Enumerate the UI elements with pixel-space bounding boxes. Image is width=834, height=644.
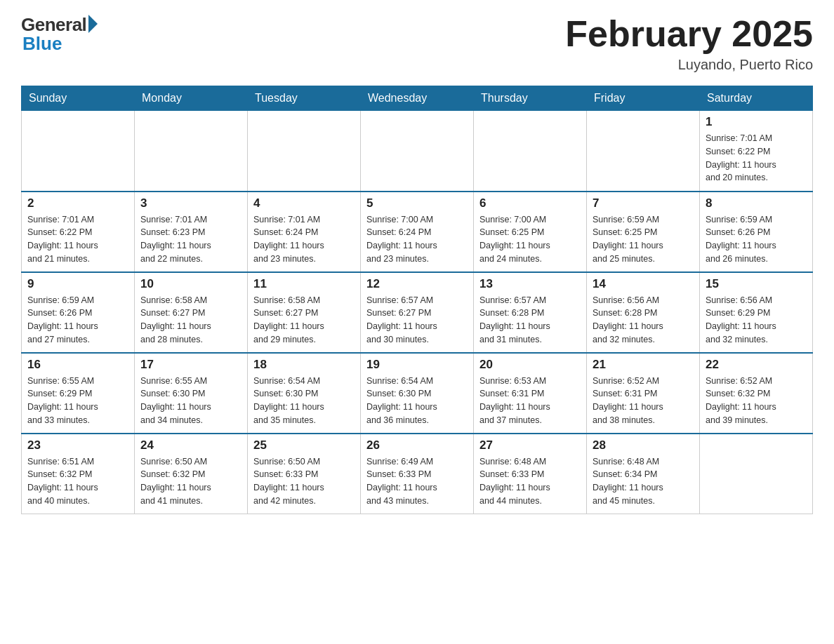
day-cell: 1Sunrise: 7:01 AMSunset: 6:22 PMDaylight… (700, 111, 813, 192)
day-number: 2 (27, 196, 128, 210)
day-number: 8 (706, 196, 807, 210)
day-info: Sunrise: 6:49 AMSunset: 6:33 PMDaylight:… (366, 455, 468, 508)
day-cell: 27Sunrise: 6:48 AMSunset: 6:33 PMDayligh… (474, 434, 587, 514)
day-cell: 6Sunrise: 7:00 AMSunset: 6:25 PMDaylight… (474, 192, 587, 272)
day-info: Sunrise: 6:58 AMSunset: 6:27 PMDaylight:… (140, 294, 241, 347)
day-cell: 3Sunrise: 7:01 AMSunset: 6:23 PMDaylight… (135, 192, 248, 272)
day-info: Sunrise: 6:52 AMSunset: 6:31 PMDaylight:… (593, 375, 694, 427)
day-number: 1 (706, 115, 807, 129)
day-cell: 2Sunrise: 7:01 AMSunset: 6:22 PMDaylight… (22, 192, 135, 272)
day-number: 9 (27, 277, 128, 291)
day-number: 24 (140, 438, 241, 452)
month-title: February 2025 (565, 14, 813, 54)
day-number: 27 (479, 438, 581, 452)
day-cell: 25Sunrise: 6:50 AMSunset: 6:33 PMDayligh… (248, 434, 361, 514)
calendar-table: SundayMondayTuesdayWednesdayThursdayFrid… (21, 86, 813, 514)
day-info: Sunrise: 6:55 AMSunset: 6:30 PMDaylight:… (140, 375, 241, 427)
day-number: 11 (253, 277, 355, 291)
calendar-header-row: SundayMondayTuesdayWednesdayThursdayFrid… (22, 86, 813, 111)
day-number: 25 (253, 438, 355, 452)
day-cell: 11Sunrise: 6:58 AMSunset: 6:27 PMDayligh… (248, 272, 361, 353)
logo: General Blue (21, 14, 98, 55)
day-cell (587, 111, 700, 192)
day-cell: 14Sunrise: 6:56 AMSunset: 6:28 PMDayligh… (587, 272, 700, 353)
day-info: Sunrise: 6:54 AMSunset: 6:30 PMDaylight:… (253, 375, 355, 427)
day-cell (700, 434, 813, 514)
day-cell: 5Sunrise: 7:00 AMSunset: 6:24 PMDaylight… (361, 192, 474, 272)
day-info: Sunrise: 6:56 AMSunset: 6:29 PMDaylight:… (706, 294, 807, 347)
day-cell (474, 111, 587, 192)
day-cell: 9Sunrise: 6:59 AMSunset: 6:26 PMDaylight… (22, 272, 135, 353)
day-cell: 12Sunrise: 6:57 AMSunset: 6:27 PMDayligh… (361, 272, 474, 353)
day-cell (135, 111, 248, 192)
day-cell: 7Sunrise: 6:59 AMSunset: 6:25 PMDaylight… (587, 192, 700, 272)
day-info: Sunrise: 6:59 AMSunset: 6:26 PMDaylight:… (27, 294, 128, 347)
week-row-3: 9Sunrise: 6:59 AMSunset: 6:26 PMDaylight… (22, 272, 813, 353)
day-cell: 22Sunrise: 6:52 AMSunset: 6:32 PMDayligh… (700, 353, 813, 434)
day-info: Sunrise: 6:57 AMSunset: 6:28 PMDaylight:… (479, 294, 581, 347)
day-info: Sunrise: 7:01 AMSunset: 6:22 PMDaylight:… (706, 132, 807, 185)
day-cell: 24Sunrise: 6:50 AMSunset: 6:32 PMDayligh… (135, 434, 248, 514)
day-header-tuesday: Tuesday (248, 86, 361, 111)
day-cell: 10Sunrise: 6:58 AMSunset: 6:27 PMDayligh… (135, 272, 248, 353)
day-number: 12 (366, 277, 468, 291)
day-number: 15 (706, 277, 807, 291)
day-info: Sunrise: 6:53 AMSunset: 6:31 PMDaylight:… (479, 375, 581, 427)
day-cell: 19Sunrise: 6:54 AMSunset: 6:30 PMDayligh… (361, 353, 474, 434)
day-cell: 13Sunrise: 6:57 AMSunset: 6:28 PMDayligh… (474, 272, 587, 353)
day-info: Sunrise: 6:56 AMSunset: 6:28 PMDaylight:… (593, 294, 694, 347)
day-number: 17 (140, 358, 241, 372)
day-info: Sunrise: 6:50 AMSunset: 6:32 PMDaylight:… (140, 455, 241, 508)
day-number: 23 (27, 438, 128, 452)
week-row-2: 2Sunrise: 7:01 AMSunset: 6:22 PMDaylight… (22, 192, 813, 272)
day-cell: 20Sunrise: 6:53 AMSunset: 6:31 PMDayligh… (474, 353, 587, 434)
day-number: 28 (593, 438, 694, 452)
day-cell: 18Sunrise: 6:54 AMSunset: 6:30 PMDayligh… (248, 353, 361, 434)
day-cell: 16Sunrise: 6:55 AMSunset: 6:29 PMDayligh… (22, 353, 135, 434)
day-number: 21 (593, 358, 694, 372)
day-cell: 23Sunrise: 6:51 AMSunset: 6:32 PMDayligh… (22, 434, 135, 514)
day-number: 19 (366, 358, 468, 372)
week-row-4: 16Sunrise: 6:55 AMSunset: 6:29 PMDayligh… (22, 353, 813, 434)
day-cell: 15Sunrise: 6:56 AMSunset: 6:29 PMDayligh… (700, 272, 813, 353)
day-header-friday: Friday (587, 86, 700, 111)
week-row-5: 23Sunrise: 6:51 AMSunset: 6:32 PMDayligh… (22, 434, 813, 514)
day-number: 7 (593, 196, 694, 210)
day-number: 26 (366, 438, 468, 452)
day-number: 6 (479, 196, 581, 210)
day-cell: 17Sunrise: 6:55 AMSunset: 6:30 PMDayligh… (135, 353, 248, 434)
week-row-1: 1Sunrise: 7:01 AMSunset: 6:22 PMDaylight… (22, 111, 813, 192)
day-number: 16 (27, 358, 128, 372)
location-text: Luyando, Puerto Rico (565, 57, 813, 73)
logo-blue-text: Blue (22, 33, 62, 55)
day-info: Sunrise: 6:59 AMSunset: 6:26 PMDaylight:… (706, 213, 807, 266)
day-number: 20 (479, 358, 581, 372)
day-number: 10 (140, 277, 241, 291)
day-info: Sunrise: 6:57 AMSunset: 6:27 PMDaylight:… (366, 294, 468, 347)
day-header-sunday: Sunday (22, 86, 135, 111)
day-number: 18 (253, 358, 355, 372)
day-header-thursday: Thursday (474, 86, 587, 111)
day-header-wednesday: Wednesday (361, 86, 474, 111)
day-number: 4 (253, 196, 355, 210)
logo-arrow-icon (88, 15, 98, 33)
day-info: Sunrise: 6:48 AMSunset: 6:34 PMDaylight:… (593, 455, 694, 508)
day-info: Sunrise: 7:01 AMSunset: 6:24 PMDaylight:… (253, 213, 355, 266)
day-cell: 4Sunrise: 7:01 AMSunset: 6:24 PMDaylight… (248, 192, 361, 272)
day-info: Sunrise: 6:59 AMSunset: 6:25 PMDaylight:… (593, 213, 694, 266)
page-header: General Blue February 2025 Luyando, Puer… (21, 14, 813, 73)
day-info: Sunrise: 6:48 AMSunset: 6:33 PMDaylight:… (479, 455, 581, 508)
day-number: 14 (593, 277, 694, 291)
day-info: Sunrise: 7:00 AMSunset: 6:25 PMDaylight:… (479, 213, 581, 266)
day-cell (248, 111, 361, 192)
day-header-monday: Monday (135, 86, 248, 111)
day-cell: 28Sunrise: 6:48 AMSunset: 6:34 PMDayligh… (587, 434, 700, 514)
day-cell (361, 111, 474, 192)
day-number: 3 (140, 196, 241, 210)
day-info: Sunrise: 7:01 AMSunset: 6:23 PMDaylight:… (140, 213, 241, 266)
day-number: 5 (366, 196, 468, 210)
day-info: Sunrise: 6:52 AMSunset: 6:32 PMDaylight:… (706, 375, 807, 427)
day-info: Sunrise: 6:55 AMSunset: 6:29 PMDaylight:… (27, 375, 128, 427)
day-info: Sunrise: 7:00 AMSunset: 6:24 PMDaylight:… (366, 213, 468, 266)
day-info: Sunrise: 7:01 AMSunset: 6:22 PMDaylight:… (27, 213, 128, 266)
